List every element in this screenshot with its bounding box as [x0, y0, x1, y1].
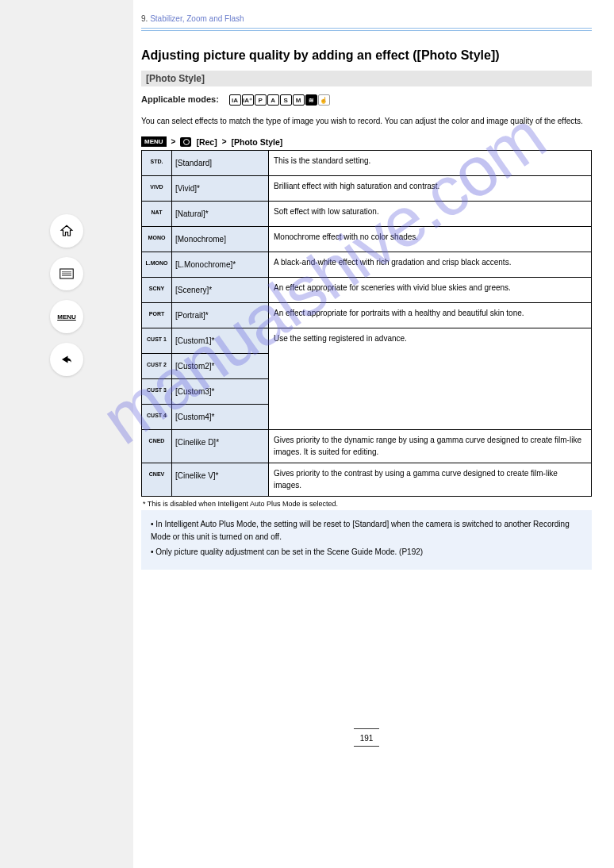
- intro-text: You can select effects to match the type…: [141, 117, 592, 125]
- list-icon[interactable]: [50, 257, 83, 290]
- table-row: SCNY[Scenery]*An effect appropriate for …: [142, 278, 592, 303]
- page-number: 191: [354, 728, 379, 747]
- menu-badge: MENU: [141, 136, 167, 147]
- home-icon[interactable]: [50, 214, 83, 248]
- mode-m-icon: M: [293, 94, 305, 106]
- mode-movie-icon: ≋: [305, 94, 317, 106]
- table-row: VIVD[Vivid]*Brilliant effect with high s…: [142, 176, 592, 202]
- table-row: CUST 1[Custom1]*Use the setting register…: [142, 328, 592, 354]
- mode-a-icon: A: [267, 94, 279, 106]
- chapter-number: 9.: [141, 14, 148, 23]
- back-icon[interactable]: [50, 343, 83, 376]
- menu-icon[interactable]: MENU: [50, 300, 83, 333]
- table-row: L.MONO[L.Monochrome]*A black-and-white e…: [142, 252, 592, 278]
- divider: [141, 28, 592, 29]
- menu-path: MENU > [Rec] > [Photo Style]: [141, 136, 592, 147]
- table-row: CNEV[Cinelike V]*Gives priority to the c…: [142, 463, 592, 497]
- applicable-modes: Applicable modes: iA iA⁺ P A S M ≋ ☝: [141, 94, 592, 106]
- mode-ia-icon: iA: [229, 94, 241, 106]
- divider: [141, 30, 592, 31]
- breadcrumb-link[interactable]: Stabilizer, Zoom and Flash: [150, 14, 244, 23]
- camera-icon: [180, 137, 191, 147]
- mode-iaplus-icon: iA⁺: [242, 94, 254, 106]
- table-row: NAT[Natural]*Soft effect with low satura…: [142, 202, 592, 227]
- mode-custom-icon: ☝: [318, 94, 330, 106]
- mode-s-icon: S: [280, 94, 292, 106]
- footnote: * This is disabled when Intelligent Auto…: [141, 497, 592, 511]
- table-row: CNED[Cinelike D]*Gives priority to the d…: [142, 430, 592, 463]
- page-content: 9. Stabilizer, Zoom and Flash Adjusting …: [133, 0, 614, 868]
- breadcrumb: 9. Stabilizer, Zoom and Flash: [141, 14, 592, 23]
- table-row: PORT[Portrait]*An effect appropriate for…: [142, 303, 592, 328]
- mode-p-icon: P: [255, 94, 267, 106]
- table-row: MONO[Monochrome]Monochrome effect with n…: [142, 227, 592, 252]
- section-bar: [Photo Style]: [141, 71, 592, 86]
- settings-table: STD.[Standard]This is the standard setti…: [141, 150, 592, 497]
- table-row: STD.[Standard]This is the standard setti…: [142, 151, 592, 176]
- page-title: Adjusting picture quality by adding an e…: [141, 48, 592, 63]
- note-box: • In Intelligent Auto Plus Mode, the set…: [141, 510, 592, 570]
- sidebar: MENU: [0, 0, 133, 868]
